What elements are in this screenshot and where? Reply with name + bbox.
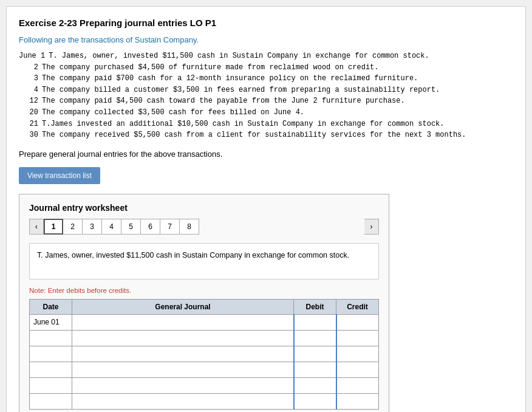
transaction-text: T. James, owner, invested $11,500 cash i… (49, 50, 513, 62)
transaction-line: 30The company received $5,500 cash from … (19, 129, 513, 141)
cell-date: June 01 (30, 314, 72, 330)
transaction-line: 12The company paid $4,500 cash toward th… (19, 95, 513, 107)
tabs-container: 12345678 (44, 219, 199, 235)
debit-input[interactable] (298, 362, 332, 377)
prepare-text: Prepare general journal entries for the … (19, 149, 513, 159)
cell-journal[interactable] (72, 346, 294, 362)
cell-credit[interactable] (336, 362, 379, 377)
col-header-date: Date (30, 299, 72, 314)
note-text: Note: Enter debits before credits. (29, 287, 379, 294)
cell-date (30, 346, 72, 362)
credit-input[interactable] (341, 378, 375, 393)
transaction-text: The company received $5,500 cash from a … (42, 129, 513, 141)
tab-button-8[interactable]: 8 (180, 219, 199, 235)
transaction-text: The company billed a customer $3,500 in … (42, 84, 513, 96)
transaction-line: 20The company collected $3,500 cash for … (19, 107, 513, 118)
tab-button-4[interactable]: 4 (102, 219, 121, 235)
intro-text: Following are the transactions of Sustai… (19, 35, 513, 44)
cell-journal[interactable] (72, 314, 294, 330)
transaction-text: The company collected $3,500 cash for fe… (42, 107, 513, 118)
transaction-text: The company paid $700 cash for a 12-mont… (42, 73, 513, 84)
journal-table: Date General Journal Debit Credit June 0… (29, 299, 379, 410)
transaction-num: June 1 (19, 50, 49, 62)
cell-debit[interactable] (294, 377, 336, 393)
table-row (30, 377, 379, 393)
transaction-text: The company purchased $4,500 of furnitur… (42, 62, 513, 74)
tab-button-5[interactable]: 5 (121, 219, 141, 235)
tab-next-button[interactable]: › (364, 219, 379, 235)
journal-input[interactable] (76, 362, 290, 377)
debit-input[interactable] (298, 315, 332, 330)
transaction-num: 3 (19, 73, 42, 84)
cell-credit[interactable] (336, 314, 379, 330)
transaction-text: The company paid $4,500 cash toward the … (42, 95, 513, 107)
transaction-num: 12 (19, 95, 42, 107)
cell-date (30, 362, 72, 377)
transaction-line: 21T.James invested an additional $10,500… (19, 118, 513, 130)
journal-input[interactable] (76, 394, 290, 409)
transaction-description: T. James, owner, invested $11,500 cash i… (29, 243, 379, 280)
credit-input[interactable] (341, 362, 375, 377)
worksheet-title: Journal entry worksheet (29, 203, 379, 213)
journal-input[interactable] (76, 378, 290, 393)
tabs-row: ‹ 12345678 › (29, 219, 379, 235)
worksheet-box: Journal entry worksheet ‹ 12345678 › T. … (19, 194, 389, 412)
cell-debit[interactable] (294, 330, 336, 346)
tab-button-3[interactable]: 3 (83, 219, 102, 235)
transaction-num: 21 (19, 118, 42, 130)
table-row (30, 330, 379, 346)
credit-input[interactable] (341, 346, 375, 362)
journal-input[interactable] (76, 331, 290, 346)
transaction-num: 20 (19, 107, 42, 118)
transaction-num: 4 (19, 84, 42, 96)
view-transaction-list-button[interactable]: View transaction list (19, 167, 100, 184)
cell-journal[interactable] (72, 330, 294, 346)
credit-input[interactable] (341, 315, 375, 330)
tab-button-2[interactable]: 2 (63, 219, 83, 235)
journal-input[interactable] (76, 315, 290, 330)
transaction-text: T.James invested an additional $10,500 c… (42, 118, 513, 130)
cell-journal[interactable] (72, 377, 294, 393)
cell-debit[interactable] (294, 362, 336, 377)
transaction-line: 3The company paid $700 cash for a 12-mon… (19, 73, 513, 84)
cell-journal[interactable] (72, 393, 294, 409)
table-row (30, 362, 379, 377)
transaction-line: 2The company purchased $4,500 of furnitu… (19, 62, 513, 74)
cell-credit[interactable] (336, 346, 379, 362)
journal-input[interactable] (76, 346, 290, 362)
col-header-debit: Debit (294, 299, 336, 314)
col-header-journal: General Journal (72, 299, 294, 314)
cell-debit[interactable] (294, 314, 336, 330)
transaction-line: 4The company billed a customer $3,500 in… (19, 84, 513, 96)
cell-date (30, 377, 72, 393)
table-row: June 01 (30, 314, 379, 330)
cell-credit[interactable] (336, 377, 379, 393)
debit-input[interactable] (298, 378, 332, 393)
transactions-block: June 1T. James, owner, invested $11,500 … (19, 50, 513, 141)
transaction-line: June 1T. James, owner, invested $11,500 … (19, 50, 513, 62)
credit-input[interactable] (341, 331, 375, 346)
cell-credit[interactable] (336, 393, 379, 409)
table-row (30, 393, 379, 409)
tab-button-7[interactable]: 7 (160, 219, 180, 235)
table-row (30, 346, 379, 362)
tab-prev-button[interactable]: ‹ (29, 219, 44, 235)
transaction-num: 2 (19, 62, 42, 74)
cell-debit[interactable] (294, 346, 336, 362)
exercise-title: Exercise 2-23 Preparing journal entries … (19, 18, 513, 28)
page-container: Exercise 2-23 Preparing journal entries … (6, 6, 526, 412)
tab-button-6[interactable]: 6 (141, 219, 160, 235)
debit-input[interactable] (298, 346, 332, 362)
credit-input[interactable] (341, 394, 375, 409)
debit-input[interactable] (298, 331, 332, 346)
cell-credit[interactable] (336, 330, 379, 346)
cell-debit[interactable] (294, 393, 336, 409)
cell-date (30, 393, 72, 409)
cell-journal[interactable] (72, 362, 294, 377)
tab-button-1[interactable]: 1 (44, 219, 63, 235)
transaction-num: 30 (19, 129, 42, 141)
col-header-credit: Credit (336, 299, 379, 314)
journal-tbody: June 01 (30, 314, 379, 409)
cell-date (30, 330, 72, 346)
debit-input[interactable] (298, 394, 332, 409)
